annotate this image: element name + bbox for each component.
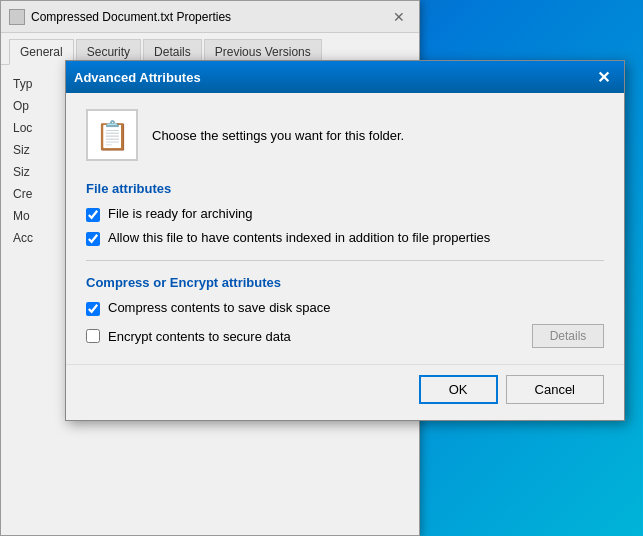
prop-label-siz2: Siz [13, 165, 73, 179]
prop-label-mo: Mo [13, 209, 73, 223]
advanced-dialog-icon-box: 📋 [86, 109, 138, 161]
ok-button[interactable]: OK [419, 375, 498, 404]
prop-label-acc: Acc [13, 231, 73, 245]
archive-checkbox-row: File is ready for archiving [86, 206, 604, 222]
prop-label-siz1: Siz [13, 143, 73, 157]
index-checkbox[interactable] [86, 232, 100, 246]
index-checkbox-row: Allow this file to have contents indexed… [86, 230, 604, 246]
file-attributes-label: File attributes [86, 181, 604, 196]
advanced-dialog-footer: OK Cancel [66, 364, 624, 420]
compress-encrypt-label: Compress or Encrypt attributes [86, 275, 604, 290]
prop-label-loc: Loc [13, 121, 73, 135]
encrypt-checkbox[interactable] [86, 329, 100, 343]
details-button[interactable]: Details [532, 324, 604, 348]
properties-title: Compressed Document.txt Properties [31, 10, 387, 24]
advanced-dialog-icon: 📋 [95, 119, 130, 152]
compress-checkbox-row: Compress contents to save disk space [86, 300, 604, 316]
properties-titlebar: Compressed Document.txt Properties ✕ [1, 1, 419, 33]
properties-close-button[interactable]: ✕ [387, 5, 411, 29]
compress-label[interactable]: Compress contents to save disk space [108, 300, 331, 315]
tab-general[interactable]: General [9, 39, 74, 65]
archive-label[interactable]: File is ready for archiving [108, 206, 253, 221]
compress-checkbox[interactable] [86, 302, 100, 316]
encrypt-left: Encrypt contents to secure data [86, 329, 291, 344]
advanced-dialog-title: Advanced Attributes [74, 70, 590, 85]
encrypt-label[interactable]: Encrypt contents to secure data [108, 329, 291, 344]
advanced-dialog-header: 📋 Choose the settings you want for this … [86, 109, 604, 161]
advanced-attributes-dialog: Advanced Attributes ✕ 📋 Choose the setti… [65, 60, 625, 421]
advanced-dialog-titlebar: Advanced Attributes ✕ [66, 61, 624, 93]
archive-checkbox[interactable] [86, 208, 100, 222]
advanced-dialog-description: Choose the settings you want for this fo… [152, 128, 404, 143]
index-label[interactable]: Allow this file to have contents indexed… [108, 230, 490, 245]
prop-label-type: Typ [13, 77, 73, 91]
prop-label-op: Op [13, 99, 73, 113]
cancel-button[interactable]: Cancel [506, 375, 604, 404]
file-icon [9, 9, 25, 25]
prop-label-cre: Cre [13, 187, 73, 201]
section-divider [86, 260, 604, 261]
advanced-dialog-close-button[interactable]: ✕ [590, 64, 616, 90]
encrypt-row: Encrypt contents to secure data Details [86, 324, 604, 348]
advanced-dialog-body: 📋 Choose the settings you want for this … [66, 93, 624, 364]
